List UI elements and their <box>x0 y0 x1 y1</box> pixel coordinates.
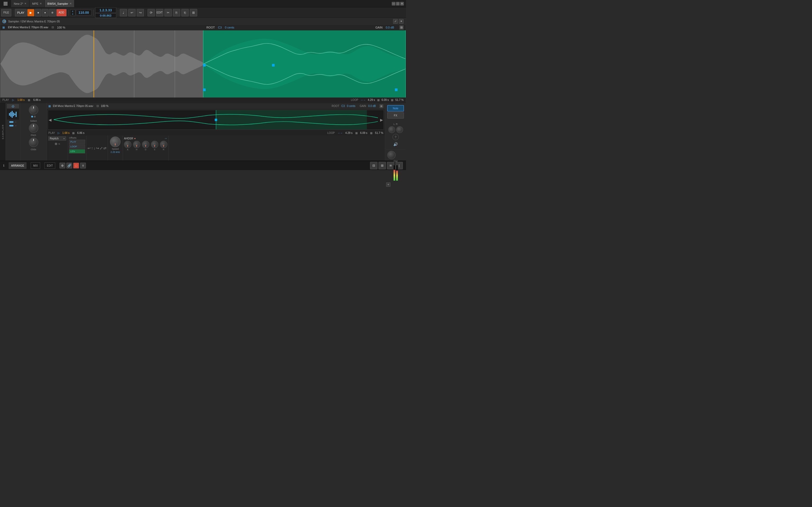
help-button[interactable]: ? <box>393 134 399 140</box>
loop-region[interactable] <box>203 31 406 98</box>
select-knob[interactable] <box>29 105 38 115</box>
view-pattern-button[interactable]: ≡ <box>80 163 86 168</box>
view-midi-button[interactable]: ⊕ <box>59 163 65 168</box>
r-knob[interactable] <box>396 126 403 133</box>
mix-button[interactable]: MIX <box>31 162 40 169</box>
right-panel: Note FX L R ? 🔊 Out <box>385 103 406 161</box>
mini-settings-btn[interactable]: ⊞ <box>379 104 383 108</box>
copy-button[interactable]: ⎘ <box>173 9 180 16</box>
tab-bws4[interactable]: BWS4_Sampler ✕ <box>45 0 74 7</box>
ahdsr-r-knob[interactable] <box>160 141 167 148</box>
tab-mpe[interactable]: MPE ✕ <box>29 0 45 7</box>
position-bars-display[interactable]: 1.2.3.33 <box>95 7 116 13</box>
close-button[interactable]: ✕ <box>400 2 404 6</box>
sampler-icon-block[interactable] <box>7 109 19 120</box>
loop-start-marker[interactable] <box>203 64 206 66</box>
sampler-expand-button[interactable]: ⤢ <box>393 19 398 24</box>
sampler-settings-button[interactable]: ⊞ <box>399 25 404 30</box>
position-time-display[interactable]: 0:00.863 <box>95 13 116 18</box>
duplicate-button[interactable]: ⊞ <box>190 9 197 16</box>
chain-connector-2[interactable]: → <box>7 124 19 127</box>
ahdsr-a-knob[interactable] <box>124 141 132 148</box>
view-track-button[interactable]: □ <box>73 163 79 168</box>
l-knob[interactable] <box>388 126 395 133</box>
metronome-button[interactable]: ♩ <box>120 9 127 16</box>
waveform-next-arrow[interactable]: ▶ <box>379 118 384 122</box>
env-up-icon[interactable]: ↑ <box>91 146 93 150</box>
add-device-button[interactable]: + <box>386 182 391 187</box>
add-button[interactable]: ADD <box>56 9 67 16</box>
arrow-right-icon: → <box>14 120 17 123</box>
record-button[interactable]: ● <box>42 9 48 16</box>
main-waveform-area[interactable] <box>0 31 406 98</box>
waveform-icon[interactable]: ≈ <box>58 142 60 146</box>
arrange-button[interactable]: ARRANGE <box>9 162 27 169</box>
svg-point-8 <box>6 4 8 6</box>
loop-record-icon: ⊕ <box>51 11 53 14</box>
edit-nav-button[interactable]: EDIT <box>44 162 55 169</box>
playhead <box>94 31 94 98</box>
glide-knob[interactable] <box>29 137 38 147</box>
chain-connector[interactable]: → <box>7 120 19 123</box>
mini-root-note: C3 <box>342 105 345 108</box>
start-button[interactable]: ▶ <box>27 9 34 16</box>
view-link-button[interactable]: 🔗 <box>66 163 72 168</box>
browser-button[interactable]: ⊟ <box>370 162 377 169</box>
minimize-button[interactable]: — <box>392 2 395 6</box>
tab-new2-close[interactable]: ✕ <box>24 2 27 5</box>
repitch-label: Repitch <box>50 137 59 140</box>
waveform-prev-arrow[interactable]: ◀ <box>48 118 52 122</box>
paste-button[interactable]: ⎗ <box>181 9 189 16</box>
note-button[interactable]: Note <box>387 105 404 111</box>
ahdsr-h-knob[interactable] <box>133 141 140 148</box>
loop-button[interactable]: ⟳ <box>148 9 155 16</box>
tab-new2[interactable]: New 2* ✕ <box>11 0 29 7</box>
tab-bws4-close[interactable]: ✕ <box>69 2 71 5</box>
play-button[interactable]: PLAY <box>15 9 27 16</box>
power-button[interactable]: ⏻ <box>2 19 6 23</box>
pitch-knob[interactable] <box>29 123 38 133</box>
sampler-close-button[interactable]: ✕ <box>399 19 404 24</box>
speaker-button[interactable]: 🔊 <box>393 141 399 147</box>
env-left-icon[interactable]: ↩ <box>88 146 91 150</box>
loop-mid-marker[interactable] <box>272 64 274 66</box>
out-knob[interactable] <box>387 151 396 159</box>
maximize-button[interactable]: □ <box>396 2 400 6</box>
fx-button[interactable]: FX <box>387 112 404 119</box>
repitch-dropdown[interactable]: Repitch ▾ <box>48 136 66 140</box>
env-flip-icon[interactable]: ⤢ <box>100 146 103 150</box>
edit-button[interactable]: EDIT <box>156 9 163 16</box>
len-mode-btn[interactable]: LEN <box>69 149 85 154</box>
mini-waveform[interactable]: ◀ ▶ <box>48 110 384 130</box>
dot-2 <box>34 116 36 117</box>
env-arrows2-icon[interactable]: ⇄ <box>103 146 106 150</box>
loop-info: LOOP →→ 4.29 s ▦ 6.09 s ▦ 51.7 % <box>351 99 404 101</box>
cut-button[interactable]: ✂ <box>164 9 172 16</box>
loop-end-marker-top[interactable] <box>395 89 398 91</box>
repitch-icons: ❄ ≈ <box>48 142 66 146</box>
loop-start-bottom[interactable] <box>203 89 206 91</box>
ahdsr-link-icon[interactable]: → <box>164 136 167 140</box>
speed-knob[interactable] <box>110 136 120 147</box>
play-mode-btn[interactable]: PLAY <box>69 140 85 144</box>
env-down-icon[interactable]: ↓ <box>94 146 95 150</box>
snowflake-icon[interactable]: ❄ <box>54 142 58 146</box>
loop-record-button[interactable]: ⊕ <box>49 9 56 16</box>
env-right-icon[interactable]: ↪ <box>96 146 99 150</box>
ahdsr-s-knob[interactable] <box>151 141 158 148</box>
ahdsr-menu-icon[interactable]: ▾ <box>134 137 136 140</box>
undo-button[interactable]: ↩ <box>128 9 136 16</box>
ahdsr-d-knob[interactable] <box>142 141 149 148</box>
stop-button[interactable]: ■ <box>35 9 41 16</box>
time-signature-display[interactable]: 4 4 <box>70 9 75 16</box>
device-panel-button[interactable]: ⊞ <box>378 162 386 169</box>
file-button[interactable]: FILE <box>1 9 11 16</box>
tab-mpe-close[interactable]: ✕ <box>40 2 42 5</box>
power-strip-icon[interactable]: ⏻ <box>7 104 19 108</box>
info-icon[interactable]: ℹ <box>3 164 4 167</box>
sampler-status-bar: PLAY ▷ 1.68 s ▦ 6.86 s LOOP →→ 4.29 s ▦ … <box>0 98 406 102</box>
arrow-right-icon-2: → <box>14 124 17 127</box>
tempo-display[interactable]: 110.00 <box>76 10 92 15</box>
redo-button[interactable]: ↪ <box>137 9 144 16</box>
loop-mode-btn[interactable]: LOOP <box>69 145 85 149</box>
